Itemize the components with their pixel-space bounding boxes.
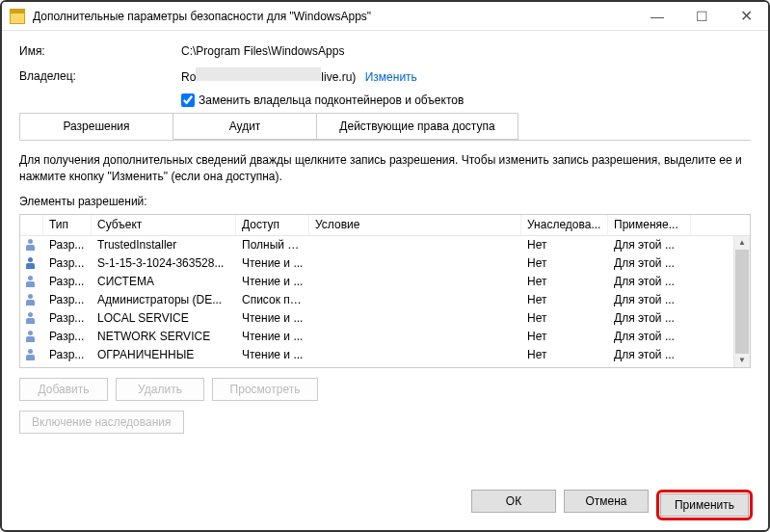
replace-owner-checkbox[interactable]: Заменить владельца подконтейнеров и объе…	[181, 93, 464, 107]
cell-access: Список па...	[236, 293, 309, 306]
permissions-list: Тип Субъект Доступ Условие Унаследова...…	[19, 214, 751, 368]
content-area: Имя: C:\Program Files\WindowsApps Владел…	[2, 31, 768, 443]
principal-icon	[26, 239, 38, 251]
owner-prefix: Ro	[181, 70, 196, 84]
name-row: Имя: C:\Program Files\WindowsApps	[19, 44, 751, 58]
table-row[interactable]: Разр...S-1-15-3-1024-363528...Чтение и .…	[20, 254, 750, 273]
owner-label: Владелец:	[19, 69, 181, 83]
cell-subject: NETWORK SERVICE	[92, 330, 236, 343]
cell-applies: Для этой ...	[608, 238, 691, 252]
minimize-button[interactable]: —	[635, 2, 679, 30]
name-value: C:\Program Files\WindowsApps	[181, 44, 344, 58]
replace-owner-input[interactable]	[181, 93, 195, 107]
owner-value: Rolive.ru) Изменить	[181, 67, 417, 84]
cell-type: Разр...	[43, 348, 92, 361]
elements-label: Элементы разрешений:	[19, 195, 751, 208]
cell-subject: СИСТЕМА	[92, 275, 236, 288]
principal-icon	[26, 312, 38, 324]
cell-applies: Для этой ...	[608, 256, 691, 270]
scroll-down-icon[interactable]: ▼	[734, 354, 750, 367]
add-button[interactable]: Добавить	[19, 378, 108, 401]
cell-type: Разр...	[43, 330, 92, 343]
principal-icon	[26, 349, 38, 360]
cell-type: Разр...	[43, 256, 92, 270]
tab-audit[interactable]: Аудит	[173, 113, 317, 140]
cell-applies: Для этой ...	[608, 330, 691, 343]
change-owner-link[interactable]: Изменить	[365, 70, 417, 84]
cell-subject: S-1-15-3-1024-363528...	[92, 256, 236, 270]
cell-applies: Для этой ...	[608, 293, 691, 306]
titlebar: Дополнительные параметры безопасности дл…	[2, 2, 768, 31]
cell-inherited: Нет	[521, 238, 608, 252]
instructions-text: Для получения дополнительных сведений дв…	[19, 152, 751, 185]
owner-redacted	[196, 67, 321, 81]
cell-inherited: Нет	[521, 311, 608, 325]
scroll-thumb[interactable]	[735, 250, 749, 354]
apply-highlight: Применить	[656, 490, 753, 520]
scroll-up-icon[interactable]: ▲	[734, 236, 750, 250]
close-button[interactable]: ✕	[724, 2, 768, 30]
cell-type: Разр...	[43, 293, 92, 306]
cell-access: Чтение и ...	[236, 348, 309, 361]
scrollbar[interactable]: ▲ ▼	[733, 236, 750, 367]
tab-effective-access[interactable]: Действующие права доступа	[316, 113, 518, 140]
replace-owner-row: Заменить владельца подконтейнеров и объе…	[181, 93, 751, 107]
view-button[interactable]: Просмотреть	[212, 378, 318, 401]
table-row[interactable]: Разр...ОГРАНИЧЕННЫЕЧтение и ...НетДля эт…	[20, 346, 750, 364]
cell-subject: ОГРАНИЧЕННЫЕ	[92, 348, 236, 361]
cell-subject: TrustedInstaller	[92, 238, 236, 252]
inherit-buttons: Включение наследования	[19, 411, 751, 434]
remove-button[interactable]: Удалить	[116, 378, 204, 401]
cell-access: Полный д...	[236, 238, 309, 252]
cell-applies: Для этой ...	[608, 275, 691, 288]
col-condition[interactable]: Условие	[309, 215, 521, 235]
cell-subject: LOCAL SERVICE	[92, 311, 236, 325]
owner-suffix: live.ru)	[321, 70, 356, 84]
owner-row: Владелец: Rolive.ru) Изменить	[19, 67, 751, 84]
ok-button[interactable]: ОК	[471, 490, 556, 513]
list-header: Тип Субъект Доступ Условие Унаследова...…	[20, 215, 750, 236]
table-row[interactable]: Разр...Администраторы (DE...Список па...…	[20, 291, 750, 309]
cell-type: Разр...	[43, 238, 92, 252]
table-row[interactable]: Разр...TrustedInstallerПолный д...НетДля…	[20, 236, 750, 254]
principal-icon	[26, 294, 38, 306]
apply-button[interactable]: Применить	[660, 493, 749, 517]
col-applies[interactable]: Применяе...	[608, 215, 691, 235]
cell-access: Чтение и ...	[236, 256, 309, 270]
col-type[interactable]: Тип	[43, 215, 92, 235]
col-icon	[20, 215, 43, 235]
principal-icon	[26, 276, 38, 287]
rows-container: Разр...TrustedInstallerПолный д...НетДля…	[20, 236, 750, 364]
cell-inherited: Нет	[521, 348, 608, 361]
col-inherited[interactable]: Унаследова...	[521, 215, 608, 235]
cell-applies: Для этой ...	[608, 348, 691, 361]
replace-owner-label: Заменить владельца подконтейнеров и объе…	[199, 93, 464, 107]
name-label: Имя:	[19, 44, 181, 58]
window-buttons: — ☐ ✕	[635, 2, 768, 30]
permission-buttons: Добавить Удалить Просмотреть	[19, 378, 751, 401]
cell-inherited: Нет	[521, 275, 608, 288]
cell-inherited: Нет	[521, 256, 608, 270]
cancel-button[interactable]: Отмена	[564, 490, 649, 513]
table-row[interactable]: Разр...NETWORK SERVICEЧтение и ...НетДля…	[20, 328, 750, 346]
maximize-button[interactable]: ☐	[679, 2, 724, 30]
cell-applies: Для этой ...	[608, 311, 691, 325]
cell-access: Чтение и ...	[236, 330, 309, 343]
cell-inherited: Нет	[521, 330, 608, 343]
table-row[interactable]: Разр...СИСТЕМАЧтение и ...НетДля этой ..…	[20, 273, 750, 291]
tabs: Разрешения Аудит Действующие права досту…	[19, 113, 751, 141]
cell-access: Чтение и ...	[236, 275, 309, 288]
cell-inherited: Нет	[521, 293, 608, 306]
tab-permissions[interactable]: Разрешения	[19, 113, 173, 140]
enable-inheritance-button[interactable]: Включение наследования	[19, 411, 184, 434]
folder-icon	[10, 9, 25, 24]
footer-buttons: ОК Отмена Применить	[471, 490, 753, 520]
window-title: Дополнительные параметры безопасности дл…	[33, 10, 371, 23]
col-subject[interactable]: Субъект	[92, 215, 236, 235]
cell-subject: Администраторы (DE...	[92, 293, 236, 306]
table-row[interactable]: Разр...LOCAL SERVICEЧтение и ...НетДля э…	[20, 309, 750, 328]
col-access[interactable]: Доступ	[236, 215, 309, 235]
cell-type: Разр...	[43, 275, 92, 288]
principal-icon	[26, 257, 38, 269]
principal-icon	[26, 331, 38, 342]
